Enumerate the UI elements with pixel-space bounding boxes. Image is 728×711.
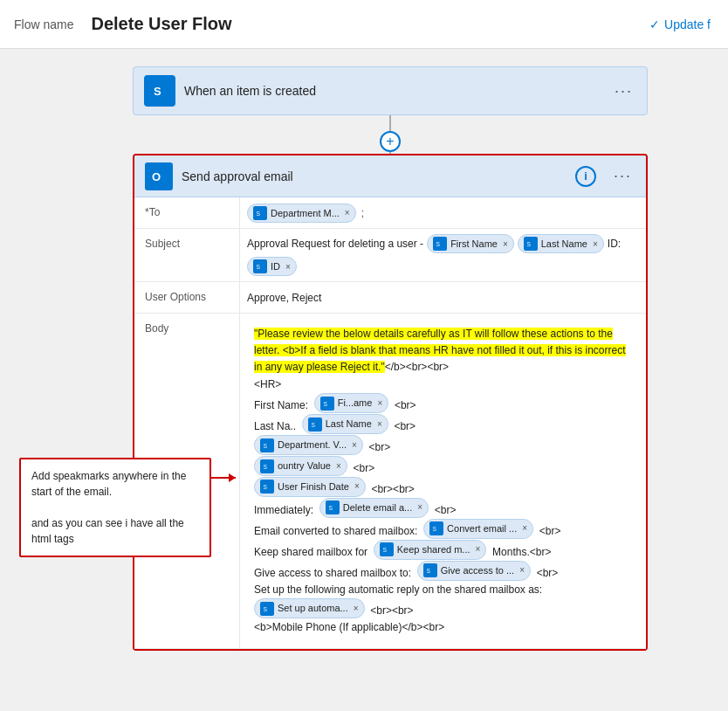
user-options-text: Approve, Reject	[247, 292, 321, 304]
check-icon: ✓	[649, 17, 660, 31]
body-convert-tag[interactable]: S Convert email ... ×	[423, 519, 533, 540]
header: Flow name Delete User Flow ✓ Update f	[0, 0, 728, 49]
user-options-row: User Options Approve, Reject	[134, 282, 646, 314]
page-title: Delete User Flow	[91, 14, 231, 34]
subject-row: Subject Approval Request for deleting a …	[134, 229, 646, 282]
outlook-action-icon: O	[145, 162, 173, 190]
svg-text:S: S	[382, 547, 387, 553]
to-tag-label: Department M...	[271, 208, 340, 218]
action-info-button[interactable]: i	[575, 166, 596, 187]
to-tag[interactable]: S Department M... ×	[247, 204, 356, 223]
user-options-value[interactable]: Approve, Reject	[239, 282, 646, 313]
svg-text:S: S	[311, 422, 315, 428]
body-setup-text: Set up the following automatic reply on …	[254, 583, 542, 596]
action-more-button[interactable]: ···	[610, 163, 635, 189]
id-tag[interactable]: S ID ×	[247, 257, 297, 276]
body-keep-text: Keep shared mailbox for	[254, 545, 367, 557]
flow-canvas: S When an item is created ··· + O Send a…	[0, 49, 728, 711]
id-tag-remove[interactable]: ×	[285, 262, 291, 272]
subject-prefix: Approval Request for deleting a user -	[247, 238, 423, 250]
trigger-block[interactable]: S When an item is created ···	[133, 66, 648, 115]
svg-text:S: S	[264, 606, 268, 612]
to-tag-remove[interactable]: ×	[345, 208, 350, 217]
svg-text:O: O	[152, 170, 161, 183]
firstname-tag-icon: S	[433, 237, 447, 251]
subject-label: Subject	[134, 229, 239, 281]
sharepoint-trigger-icon: S	[144, 75, 175, 107]
body-firstname-tag[interactable]: S Fi...ame ×	[314, 393, 389, 414]
body-delete-icon: S	[326, 500, 340, 514]
svg-text:S: S	[526, 241, 531, 247]
svg-text:S: S	[264, 484, 268, 490]
body-finishdate-tag[interactable]: S User Finish Date ×	[254, 477, 366, 498]
form-body: *To S Department M... × ; Su	[134, 197, 646, 649]
id-tag-icon: S	[253, 259, 267, 273]
to-tag-icon: S	[253, 206, 267, 220]
body-lastname-icon: S	[308, 418, 322, 431]
svg-text:S: S	[257, 264, 261, 270]
lastname-tag-icon: S	[524, 237, 538, 251]
body-country-tag[interactable]: S ountry Value ×	[254, 456, 347, 477]
update-button-label: Update f	[664, 17, 711, 31]
body-keep-tag[interactable]: S Keep shared m... ×	[374, 540, 487, 561]
id-tag-label: ID	[271, 261, 280, 272]
svg-text:S: S	[433, 526, 437, 532]
body-dept-tag[interactable]: S Department. V... ×	[254, 435, 363, 456]
body-lastname-tag[interactable]: S Last Name ×	[302, 414, 388, 435]
lastname-tag-label: Last Name	[541, 238, 587, 249]
svg-text:S: S	[264, 464, 268, 470]
body-convert-icon: S	[429, 521, 443, 535]
body-setup-tag[interactable]: S Set up automa... ×	[254, 598, 365, 619]
firstname-tag[interactable]: S First Name ×	[427, 234, 514, 253]
body-country-icon: S	[260, 459, 274, 473]
svg-text:S: S	[264, 443, 268, 449]
flow-name-label: Flow name	[14, 17, 73, 31]
body-dept-icon: S	[260, 438, 274, 452]
body-firstname-icon: S	[320, 397, 334, 411]
svg-text:S: S	[436, 241, 441, 247]
action-block: O Send approval email i ··· *To S	[133, 154, 648, 651]
svg-text:S: S	[328, 505, 333, 511]
body-give-tag[interactable]: S Give access to ... ×	[417, 561, 531, 582]
svg-text:S: S	[323, 401, 327, 407]
annotation-arrow	[209, 477, 236, 479]
subject-value[interactable]: Approval Request for deleting a user - S…	[239, 229, 646, 281]
to-value[interactable]: S Department M... × ;	[239, 197, 646, 228]
body-delete-tag[interactable]: S Delete email a... ×	[319, 498, 429, 519]
svg-text:S: S	[154, 85, 161, 98]
connector: +	[389, 115, 391, 154]
body-text: "Please review the below details careful…	[247, 321, 639, 641]
svg-text:S: S	[426, 568, 430, 574]
flow-container: S When an item is created ··· + O Send a…	[87, 66, 693, 651]
subject-id-label: ID:	[608, 238, 621, 250]
action-label: Send approval email	[182, 169, 567, 183]
annotation-line2: and as you can see i have all the html t…	[31, 515, 199, 547]
semicolon: ;	[361, 207, 364, 219]
action-header: O Send approval email i ···	[134, 155, 646, 197]
body-email-converted-text: Email converted to shared mailbox:	[254, 524, 417, 536]
trigger-label: When an item is created	[184, 84, 602, 98]
body-keep-icon: S	[380, 542, 394, 556]
annotation-box: Add speakmarks anywhere in the start of …	[19, 458, 211, 557]
body-value[interactable]: "Please review the below details careful…	[239, 314, 646, 648]
user-options-label: User Options	[134, 282, 239, 313]
body-setup-icon: S	[260, 602, 274, 616]
to-row: *To S Department M... × ;	[134, 197, 646, 229]
firstname-tag-label: First Name	[450, 238, 498, 249]
body-give-access-text: Give access to shared mailbox to:	[254, 566, 411, 578]
firstname-tag-remove[interactable]: ×	[503, 239, 508, 249]
body-give-icon: S	[423, 563, 437, 577]
svg-text:S: S	[257, 211, 261, 217]
body-label: Body	[134, 314, 239, 342]
body-highlight: "Please review the below details careful…	[254, 328, 626, 373]
add-step-button[interactable]: +	[380, 131, 401, 152]
to-label: *To	[134, 197, 239, 228]
annotation-line1: Add speakmarks anywhere in the start of …	[31, 468, 199, 500]
update-button[interactable]: ✓ Update f	[649, 17, 711, 31]
lastname-tag[interactable]: S Last Name ×	[518, 234, 604, 253]
lastname-tag-remove[interactable]: ×	[593, 239, 598, 249]
body-finishdate-icon: S	[260, 480, 274, 494]
trigger-more-button[interactable]: ···	[611, 79, 636, 104]
